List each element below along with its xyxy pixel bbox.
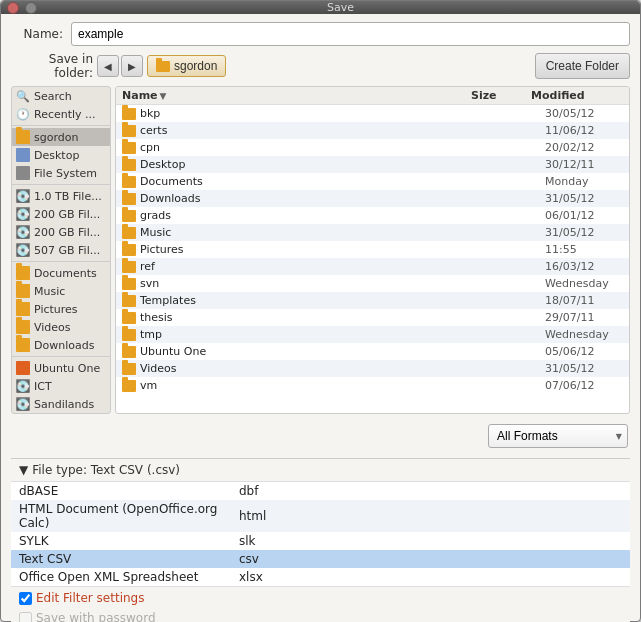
filetype-row[interactable]: Office Open XML Spreadsheetxlsx <box>11 568 630 587</box>
file-modified-cell: Wednesday <box>539 327 629 342</box>
titlebar: Save <box>1 1 640 14</box>
desktop-icon <box>16 148 30 162</box>
format-select[interactable]: All Formats <box>488 424 628 448</box>
place-item-hd1[interactable]: 💽 1.0 TB File... <box>12 187 110 205</box>
file-modified-cell: 31/05/12 <box>539 361 629 376</box>
filetype-row[interactable]: HTML Document (OpenOffice.org Calc)html <box>11 500 630 532</box>
file-modified-cell: 30/12/11 <box>539 157 629 172</box>
place-item-recent[interactable]: 🕐 Recently ... <box>12 105 110 123</box>
file-size-cell <box>479 147 539 149</box>
place-item-pics[interactable]: Pictures <box>12 300 110 318</box>
search-icon: 🔍 <box>16 89 30 103</box>
edit-filter-label: Edit Filter settings <box>36 591 144 605</box>
table-row[interactable]: Pictures 11:55 <box>116 241 629 258</box>
table-row[interactable]: svn Wednesday <box>116 275 629 292</box>
downloads-icon <box>16 338 30 352</box>
format-row: All Formats <box>11 420 630 452</box>
filetype-section: ▼ File type: Text CSV (.csv) dBASEdbfHTM… <box>11 458 630 622</box>
table-row[interactable]: bkp 30/05/12 <box>116 105 629 122</box>
table-row[interactable]: Desktop 30/12/11 <box>116 156 629 173</box>
table-row[interactable]: Videos 31/05/12 <box>116 360 629 377</box>
table-row[interactable]: ref 16/03/12 <box>116 258 629 275</box>
file-modified-cell: 31/05/12 <box>539 191 629 206</box>
place-item-desktop[interactable]: Desktop <box>12 146 110 164</box>
filetype-rows: dBASEdbfHTML Document (OpenOffice.org Ca… <box>11 482 630 587</box>
nav-back-button[interactable]: ◀ <box>97 55 119 77</box>
table-row[interactable]: Templates 18/07/11 <box>116 292 629 309</box>
filetype-row[interactable]: Text CSVcsv <box>11 550 630 568</box>
col-name-header[interactable]: Name ▼ <box>116 87 465 104</box>
edit-filter-checkbox[interactable] <box>19 592 32 605</box>
place-item-docs[interactable]: Documents <box>12 264 110 282</box>
place-item-ubuntu[interactable]: Ubuntu One <box>12 359 110 377</box>
filetype-name: dBASE <box>11 482 231 501</box>
file-size-cell <box>479 198 539 200</box>
file-modified-cell: 06/01/12 <box>539 208 629 223</box>
table-row[interactable]: vm 07/06/12 <box>116 377 629 394</box>
file-folder-icon <box>122 142 136 154</box>
edit-filter-row: Edit Filter settings <box>11 587 630 609</box>
file-name-cell: Desktop <box>116 157 479 172</box>
filetype-header[interactable]: ▼ File type: Text CSV (.csv) <box>11 459 630 481</box>
place-item-videos[interactable]: Videos <box>12 318 110 336</box>
place-item-search[interactable]: 🔍 Search <box>12 87 110 105</box>
filetype-table: dBASEdbfHTML Document (OpenOffice.org Ca… <box>11 481 630 587</box>
place-item-filesystem[interactable]: File System <box>12 164 110 182</box>
save-pwd-label: Save with password <box>36 611 156 622</box>
file-size-cell <box>479 181 539 183</box>
table-row[interactable]: certs 11/06/12 <box>116 122 629 139</box>
file-name-cell: Downloads <box>116 191 479 206</box>
table-row[interactable]: thesis 29/07/11 <box>116 309 629 326</box>
table-row[interactable]: Ubuntu One 05/06/12 <box>116 343 629 360</box>
place-label-music: Music <box>34 285 65 298</box>
file-size-cell <box>479 113 539 115</box>
table-row[interactable]: Music 31/05/12 <box>116 224 629 241</box>
place-item-hd4[interactable]: 💽 507 GB Fil... <box>12 241 110 259</box>
file-name-cell: Ubuntu One <box>116 344 479 359</box>
place-item-downloads[interactable]: Downloads <box>12 336 110 354</box>
col-modified-header[interactable]: Modified <box>525 87 615 104</box>
file-name-cell: bkp <box>116 106 479 121</box>
file-name-cell: thesis <box>116 310 479 325</box>
save-pwd-checkbox[interactable] <box>19 612 32 623</box>
file-size-cell <box>479 317 539 319</box>
place-item-sgordon[interactable]: sgordon <box>12 128 110 146</box>
file-size-cell <box>479 334 539 336</box>
file-folder-icon <box>122 295 136 307</box>
file-modified-cell: 29/07/11 <box>539 310 629 325</box>
file-modified-cell: Monday <box>539 174 629 189</box>
table-row[interactable]: grads 06/01/12 <box>116 207 629 224</box>
filetype-ext: slk <box>231 532 630 550</box>
table-row[interactable]: tmp Wednesday <box>116 326 629 343</box>
dialog-title: Save <box>47 1 634 14</box>
table-row[interactable]: cpn 20/02/12 <box>116 139 629 156</box>
place-item-ict[interactable]: 💽 ICT <box>12 377 110 395</box>
table-row[interactable]: Documents Monday <box>116 173 629 190</box>
min-button[interactable] <box>25 2 37 14</box>
file-folder-icon <box>122 125 136 137</box>
ubuntu-icon <box>16 361 30 375</box>
name-label: Name: <box>11 27 63 41</box>
filetype-row[interactable]: SYLKslk <box>11 532 630 550</box>
place-item-hd3[interactable]: 💽 200 GB Fil... <box>12 223 110 241</box>
name-input[interactable] <box>71 22 630 46</box>
current-folder-button[interactable]: sgordon <box>147 55 226 77</box>
folder-row: Save in folder: ◀ ▶ sgordon Create Folde… <box>11 52 630 80</box>
filetype-row[interactable]: dBASEdbf <box>11 482 630 501</box>
filetype-ext: dbf <box>231 482 630 501</box>
nav-fwd-button[interactable]: ▶ <box>121 55 143 77</box>
place-item-hd2[interactable]: 💽 200 GB Fil... <box>12 205 110 223</box>
create-folder-button[interactable]: Create Folder <box>535 53 630 79</box>
file-size-cell <box>479 351 539 353</box>
place-item-music[interactable]: Music <box>12 282 110 300</box>
table-row[interactable]: Downloads 31/05/12 <box>116 190 629 207</box>
hd3-icon: 💽 <box>16 225 30 239</box>
col-size-header[interactable]: Size <box>465 87 525 104</box>
close-button[interactable] <box>7 2 19 14</box>
file-name-cell: cpn <box>116 140 479 155</box>
main-area: 🔍 Search 🕐 Recently ... sgordon Desktop <box>11 86 630 414</box>
nav-buttons: ◀ ▶ <box>97 55 143 77</box>
file-size-cell <box>479 232 539 234</box>
place-item-sandilands[interactable]: 💽 Sandilands <box>12 395 110 413</box>
file-folder-icon <box>122 346 136 358</box>
